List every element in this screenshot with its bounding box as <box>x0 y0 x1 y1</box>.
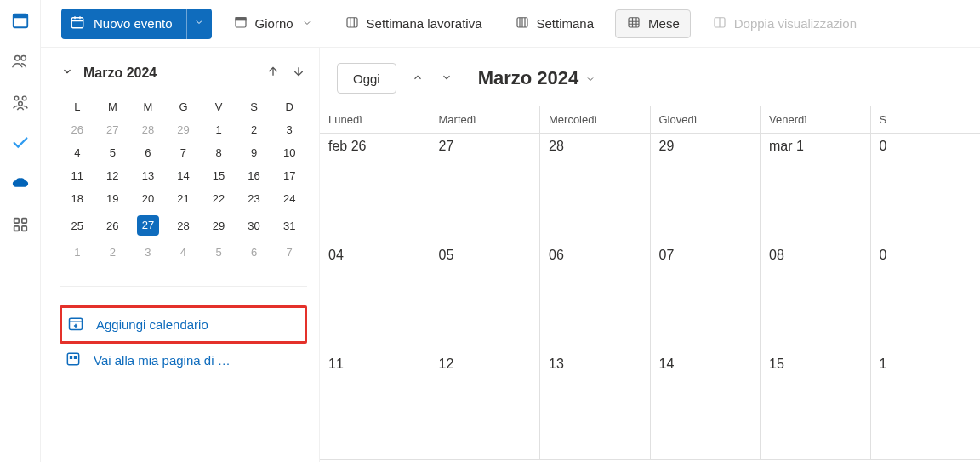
chevron-down-icon <box>585 67 595 89</box>
mini-day-cell[interactable]: 11 <box>60 164 95 187</box>
mini-calendar-title: Marzo 2024 <box>83 66 157 81</box>
mini-day-cell[interactable]: 16 <box>236 164 272 187</box>
apps-icon[interactable] <box>10 214 31 235</box>
view-workweek-button[interactable]: Settimana lavorativa <box>333 9 493 38</box>
mini-day-cell[interactable]: 1 <box>201 118 236 141</box>
new-event-dropdown[interactable] <box>186 9 212 39</box>
bookings-link[interactable]: Vai alla mia pagina di … <box>60 344 307 377</box>
add-calendar-link[interactable]: Aggiungi calendario <box>60 305 307 344</box>
groups-icon[interactable] <box>10 92 31 112</box>
mini-day-cell[interactable]: 4 <box>60 141 95 164</box>
mini-day-cell[interactable]: 25 <box>60 210 95 241</box>
mini-day-cell[interactable]: 6 <box>130 141 166 164</box>
next-period-button[interactable] <box>439 70 454 88</box>
calendar-title[interactable]: Marzo 2024 <box>478 67 596 89</box>
mini-day-cell[interactable]: 10 <box>271 141 307 164</box>
mini-day-cell[interactable]: 4 <box>166 241 202 264</box>
day-cell[interactable]: 08 <box>761 242 871 351</box>
mini-day-cell[interactable]: 30 <box>236 210 272 241</box>
day-cell[interactable]: 1 <box>871 351 981 460</box>
today-button[interactable]: Oggi <box>337 63 396 94</box>
mini-day-cell[interactable]: 18 <box>60 187 95 210</box>
mini-day-cell[interactable]: 5 <box>95 141 131 164</box>
day-cell[interactable]: 0 <box>871 134 981 242</box>
mini-day-cell[interactable]: 22 <box>201 187 236 210</box>
mini-day-cell[interactable]: 12 <box>95 164 131 187</box>
mini-day-cell[interactable]: 13 <box>130 164 166 187</box>
day-cell[interactable]: 27 <box>430 134 541 242</box>
day-cell[interactable]: 05 <box>430 242 541 351</box>
mini-day-cell[interactable]: 31 <box>271 210 307 241</box>
mini-day-cell[interactable]: 3 <box>271 118 307 141</box>
calendar-plus-icon <box>70 14 85 32</box>
svg-point-6 <box>18 102 22 106</box>
mini-day-cell[interactable]: 24 <box>271 187 307 210</box>
week-view-icon <box>515 14 530 32</box>
people-icon[interactable] <box>10 51 31 71</box>
view-month-button[interactable]: Mese <box>615 9 691 38</box>
mini-day-cell[interactable]: 1 <box>60 241 95 264</box>
day-cell[interactable]: 15 <box>761 351 871 460</box>
mini-day-cell[interactable]: 27 <box>130 210 166 241</box>
svg-rect-20 <box>70 356 72 359</box>
view-week-button[interactable]: Settimana <box>504 9 606 38</box>
day-cell[interactable]: 04 <box>320 242 430 351</box>
dow-header: S <box>871 106 981 134</box>
day-cell[interactable]: 28 <box>540 134 651 242</box>
day-cell[interactable]: mar 1 <box>761 134 871 242</box>
mini-day-cell[interactable]: 15 <box>201 164 236 187</box>
next-month-icon[interactable] <box>290 63 307 83</box>
mini-dow-header: M <box>130 95 166 118</box>
collapse-chevron-icon[interactable] <box>60 64 75 83</box>
mini-day-cell[interactable]: 5 <box>201 241 236 264</box>
mini-day-cell[interactable]: 27 <box>95 118 131 141</box>
mini-day-cell[interactable]: 9 <box>236 141 272 164</box>
mini-day-cell[interactable]: 2 <box>236 118 272 141</box>
new-event-button[interactable]: Nuovo evento <box>61 9 186 39</box>
day-cell[interactable]: 13 <box>540 351 651 460</box>
mini-day-cell[interactable]: 6 <box>236 241 272 264</box>
mini-day-cell[interactable]: 7 <box>166 141 202 164</box>
mini-day-cell[interactable]: 28 <box>130 118 166 141</box>
day-cell[interactable]: feb 26 <box>320 134 430 242</box>
new-event-label: Nuovo evento <box>94 16 173 31</box>
mini-day-cell[interactable]: 2 <box>95 241 131 264</box>
onedrive-icon[interactable] <box>10 174 31 194</box>
todo-icon[interactable] <box>10 133 31 153</box>
mini-day-cell[interactable]: 21 <box>166 187 202 210</box>
svg-point-4 <box>14 96 19 100</box>
mini-day-cell[interactable]: 20 <box>130 187 166 210</box>
mini-day-cell[interactable]: 29 <box>201 210 236 241</box>
chevron-down-icon <box>194 17 204 30</box>
day-cell[interactable]: 07 <box>651 242 761 351</box>
day-cell[interactable]: 06 <box>540 242 651 351</box>
mini-calendar: LMMGVSD262728291234567891011121314151617… <box>60 95 307 264</box>
mini-day-cell[interactable]: 26 <box>60 118 95 141</box>
dow-header: Martedì <box>430 106 541 134</box>
svg-rect-16 <box>629 18 639 27</box>
day-cell[interactable]: 29 <box>651 134 761 242</box>
day-cell[interactable]: 11 <box>320 351 430 460</box>
day-cell[interactable]: 14 <box>651 351 761 460</box>
mini-day-cell[interactable]: 23 <box>236 187 272 210</box>
prev-period-button[interactable] <box>410 70 425 88</box>
mini-day-cell[interactable]: 8 <box>201 141 236 164</box>
mini-day-cell[interactable]: 26 <box>95 210 131 241</box>
svg-rect-11 <box>71 18 83 28</box>
mini-dow-header: L <box>60 95 95 118</box>
mini-day-cell[interactable]: 19 <box>95 187 131 210</box>
day-cell[interactable]: 12 <box>430 351 541 460</box>
mini-day-cell[interactable]: 28 <box>166 210 202 241</box>
bookings-icon <box>65 351 82 370</box>
view-split-button[interactable]: Doppia visualizzazion <box>701 9 868 38</box>
day-cell[interactable]: 0 <box>871 242 981 351</box>
calendar-app-icon[interactable] <box>10 10 31 31</box>
prev-month-icon[interactable] <box>265 63 282 83</box>
mini-day-cell[interactable]: 3 <box>130 241 166 264</box>
mini-day-cell[interactable]: 29 <box>166 118 202 141</box>
mini-day-cell[interactable]: 7 <box>271 241 307 264</box>
mini-day-cell[interactable]: 14 <box>166 164 202 187</box>
view-day-button[interactable]: Giorno <box>222 9 323 38</box>
dow-header: Mercoledì <box>540 106 651 134</box>
mini-day-cell[interactable]: 17 <box>271 164 307 187</box>
